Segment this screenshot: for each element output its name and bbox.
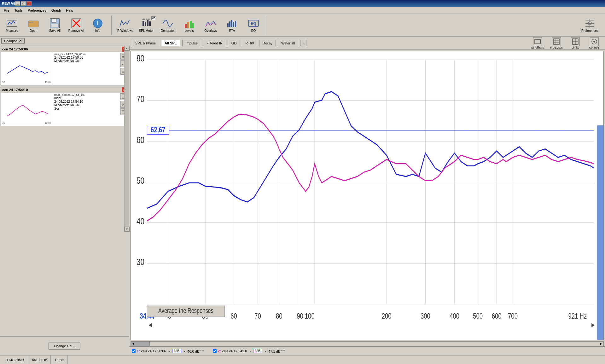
menu-tools[interactable]: Tools <box>12 8 25 13</box>
titlebar-controls[interactable]: _ □ × <box>15 1 32 6</box>
toolbar: Measure Open Save All <box>0 14 605 37</box>
measurement-title-2: сен 24 17:54:10 <box>2 88 28 92</box>
close-button[interactable]: × <box>26 1 32 6</box>
freq-axis-control[interactable]: Freq. Axis <box>548 37 565 49</box>
measurement-header-1: сен 24 17:50:06 ✕ <box>1 46 128 52</box>
spl-badge: 83 <box>151 16 156 20</box>
statusbar: 114/179MB 44100 Hz 16 Bit <box>0 355 605 364</box>
change-cal-button[interactable]: Change Cal... <box>49 343 80 350</box>
svg-text:Average the Responses: Average the Responses <box>158 307 213 315</box>
svg-point-56 <box>593 41 595 43</box>
collapse-bar: Collapse ✕ <box>0 37 129 45</box>
measurement-filename-2: прав_сен 24 17_54_10. <box>54 93 119 96</box>
tab-impulse[interactable]: Impulse <box>182 40 201 46</box>
svg-rect-24 <box>235 21 236 27</box>
svg-text:30: 30 <box>2 80 5 84</box>
tab-spl-phase[interactable]: SPL & Phase <box>132 40 159 46</box>
measure-button[interactable]: Measure <box>3 17 21 33</box>
meas-dash2-2: - <box>265 349 266 353</box>
tab-filtered-ir[interactable]: Filtered IR <box>203 40 226 46</box>
measurement-card-2: сен 24 17:54:10 ✕ 30 12,0k <box>1 87 128 126</box>
measurement-cal-1: Mic/Meter: No Cal <box>54 59 119 63</box>
open-button[interactable]: Open <box>24 17 43 33</box>
spl-meter-button[interactable]: dB SPL SPL Meter 83 <box>137 17 156 33</box>
meas-smoothing-2: 1⁄48 <box>253 349 262 353</box>
svg-rect-14 <box>149 21 151 26</box>
horizontal-scrollbar[interactable]: ◄ ► <box>131 341 604 346</box>
maximize-button[interactable]: □ <box>21 1 26 6</box>
measurement-info-1: лев_сен 24 17_50_06.m 24.09.2012 17:50:0… <box>53 52 120 85</box>
scrollbars-control[interactable]: Scrollbars <box>529 37 546 49</box>
measurement-date-1: 24.09.2012 17:50:06 <box>54 56 119 59</box>
menu-preferences[interactable]: Preferences <box>25 8 49 13</box>
eq-icon: EQ <box>248 18 259 29</box>
scrollbars-icon <box>533 37 542 46</box>
remove-icon <box>71 18 82 29</box>
titlebar-title: REW V5 <box>2 2 15 5</box>
main-area: Collapse ✕ сен 24 17:50:06 ✕ 30 <box>0 37 605 355</box>
menu-help[interactable]: Help <box>63 8 76 13</box>
overlays-button[interactable]: Overlays <box>201 17 220 33</box>
toolbar-separator <box>111 16 112 35</box>
limits-control[interactable]: Limits <box>567 37 584 49</box>
svg-text:70: 70 <box>137 94 144 104</box>
scroll-left-arrow[interactable]: ◄ <box>131 342 135 345</box>
generator-icon <box>162 18 173 29</box>
freq-axis-icon <box>552 37 561 46</box>
info-button[interactable]: i Info <box>88 17 107 33</box>
svg-rect-2 <box>28 22 33 23</box>
menu-graph[interactable]: Graph <box>49 8 64 13</box>
levels-button[interactable]: Levels <box>180 17 199 33</box>
titlebar: REW V5 _ □ × <box>0 0 605 7</box>
meas-dash2-1: - <box>184 349 185 353</box>
meas-info-1: 1: сен 24 17:50:06 - 1⁄48 - 46,0 dBnew <box>132 349 204 353</box>
tab-gd[interactable]: GD <box>228 40 240 46</box>
measurement-preview-1: 30 12,0k <box>1 52 53 85</box>
more-tabs-button[interactable]: » <box>300 40 306 46</box>
ir-windows-button[interactable]: IR Windows <box>115 17 134 33</box>
left-scrollbar[interactable]: ▲ ▼ <box>124 46 129 232</box>
scroll-down-arrow[interactable]: ▼ <box>125 227 130 232</box>
svg-rect-44 <box>535 39 540 44</box>
preferences-button[interactable]: Preferences <box>577 17 602 33</box>
chart-toolbar: SPL & Phase All SPL Impulse Filtered IR … <box>129 37 605 50</box>
meas-name-1: сен 24 17:50:06 <box>141 349 166 353</box>
svg-rect-20 <box>227 23 229 27</box>
scroll-right-arrow[interactable]: ► <box>600 342 603 345</box>
limits-icon <box>571 37 580 46</box>
tab-rt60[interactable]: RT60 <box>242 40 257 46</box>
right-panel: SPL & Phase All SPL Impulse Filtered IR … <box>129 37 605 355</box>
minimize-button[interactable]: _ <box>15 1 20 6</box>
svg-text:300: 300 <box>421 312 430 320</box>
scroll-track <box>125 51 129 227</box>
open-icon <box>28 18 39 29</box>
save-all-button[interactable]: Save All <box>45 17 64 33</box>
generator-button[interactable]: Generator <box>158 17 177 33</box>
meas-number-2: 2: <box>218 349 221 353</box>
svg-text:12,0k: 12,0k <box>45 80 51 84</box>
tab-waterfall[interactable]: Waterfall <box>278 40 298 46</box>
memory-status: 114/179MB <box>3 355 28 364</box>
svg-text:12,0k: 12,0k <box>45 121 51 124</box>
menu-file[interactable]: File <box>1 8 12 13</box>
remove-all-button[interactable]: Remove All <box>67 17 86 33</box>
meas-db-1: 46,0 dBnew <box>187 349 204 353</box>
toolbar-separator-2 <box>267 16 267 35</box>
meas-dash-2: - <box>250 349 251 353</box>
tab-all-spl[interactable]: All SPL <box>161 40 180 46</box>
controls-control[interactable]: Controls <box>586 37 602 49</box>
rta-button[interactable]: RTA <box>223 17 241 33</box>
svg-text:62,67: 62,67 <box>151 126 165 134</box>
tab-decay[interactable]: Decay <box>259 40 276 46</box>
chart-area: dB <box>131 51 604 340</box>
meas-checkbox-1[interactable] <box>132 349 136 353</box>
svg-rect-23 <box>233 22 234 27</box>
collapse-button[interactable]: Collapse ✕ <box>1 38 25 43</box>
measurement-filename-1: лев_сен 24 17_50_06.m <box>54 53 119 56</box>
scroll-up-arrow[interactable]: ▲ <box>125 46 130 51</box>
meas-checkbox-2[interactable] <box>213 349 217 353</box>
svg-rect-22 <box>231 20 232 27</box>
svg-text:400: 400 <box>450 312 459 320</box>
svg-rect-47 <box>554 39 559 44</box>
eq-button[interactable]: EQ EQ <box>244 17 263 33</box>
